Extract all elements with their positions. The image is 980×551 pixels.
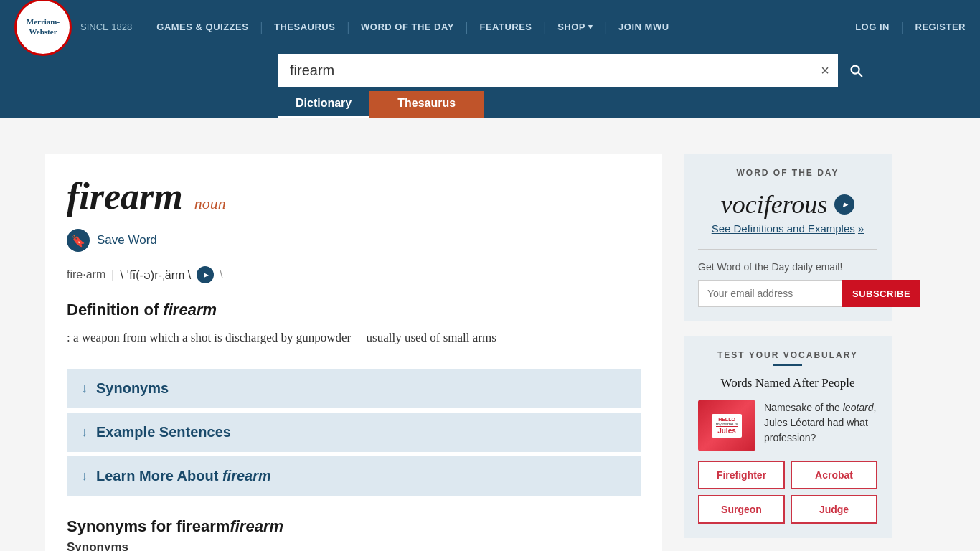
learn-more-collapsible[interactable]: ↓ Learn More About firearm: [67, 456, 641, 496]
register-link[interactable]: REGISTER: [915, 22, 966, 32]
shop-dropdown-icon: ▾: [588, 22, 593, 32]
vocab-quiz-row: HELLO my name is Jules Namesake of the l…: [698, 400, 877, 451]
vocab-option-surgeon[interactable]: Surgeon: [698, 495, 785, 524]
vocab-image: HELLO my name is Jules: [698, 400, 755, 451]
login-link[interactable]: LOG IN: [855, 22, 890, 32]
search-icon: [848, 62, 864, 78]
pronunciation: fire·arm | \ ˈfī(-ə)r-ˌärm \ \: [67, 266, 641, 283]
word-heading: firearm noun: [67, 175, 641, 217]
save-word-button[interactable]: 🔖 Save Word: [67, 229, 641, 252]
synonyms-section: Synonyms for firearmfirearm Synonyms arm…: [67, 517, 641, 551]
search-input[interactable]: [278, 54, 812, 87]
vocab-answer-buttons: Firefighter Acrobat Surgeon Judge: [698, 461, 877, 524]
vocab-quiz-widget: TEST YOUR VOCABULARY Words Named After P…: [684, 336, 892, 538]
email-label: Get Word of the Day daily email!: [698, 261, 877, 273]
email-input[interactable]: [698, 280, 842, 307]
nav-shop[interactable]: SHOP ▾: [547, 22, 603, 32]
audio-play-button[interactable]: [197, 266, 214, 283]
email-subscribe-row: SUBSCRIBE: [698, 280, 877, 307]
search-clear-button[interactable]: ×: [812, 62, 838, 79]
wotd-label: WORD OF THE DAY: [698, 168, 877, 178]
nav-thesaurus[interactable]: THESAURUS: [264, 22, 345, 32]
tab-dictionary[interactable]: Dictionary: [278, 91, 369, 118]
search-submit-button[interactable]: [838, 54, 874, 87]
vocab-option-firefighter[interactable]: Firefighter: [698, 461, 785, 489]
example-sentences-collapsible[interactable]: ↓ Example Sentences: [67, 413, 641, 452]
wotd-definitions-link[interactable]: See Definitions and Examples »: [698, 222, 877, 235]
nav-wotd[interactable]: WORD OF THE DAY: [351, 22, 464, 32]
synonyms-label: Synonyms: [67, 540, 641, 551]
wotd-word: vociferous: [698, 189, 877, 220]
save-word-label: Save Word: [97, 233, 157, 248]
synonyms-arrow-icon: ↓: [81, 381, 88, 396]
nav-join[interactable]: JOIN MWU: [608, 22, 679, 32]
definition-heading: Definition of firearm: [67, 301, 641, 319]
synonyms-collapsible[interactable]: ↓ Synonyms: [67, 369, 641, 408]
tab-thesaurus[interactable]: Thesaurus: [369, 91, 484, 118]
nav-features[interactable]: FEATURES: [469, 22, 542, 32]
learn-more-arrow-icon: ↓: [81, 468, 88, 484]
definition-text: a weapon from which a shot is discharged…: [67, 328, 641, 347]
wotd-widget: WORD OF THE DAY vociferous See Definitio…: [684, 154, 892, 321]
since-label: SINCE 1828: [80, 22, 132, 32]
vocab-option-acrobat[interactable]: Acrobat: [791, 461, 877, 489]
search-bar: ×: [278, 54, 838, 87]
synonyms-heading: Synonyms for firearmfirearm: [67, 517, 641, 536]
nav-games[interactable]: GAMES & QUIZZES: [146, 22, 258, 32]
vocab-option-judge[interactable]: Judge: [791, 495, 877, 524]
sidebar: WORD OF THE DAY vociferous See Definitio…: [684, 154, 892, 551]
logo[interactable]: Merriam- Webster SINCE 1828: [14, 0, 132, 56]
bookmark-icon: 🔖: [67, 229, 90, 252]
vocab-label: TEST YOUR VOCABULARY: [698, 350, 877, 360]
vocab-question: Namesake of the leotard, Jules Léotard h…: [764, 400, 877, 451]
syllables: fire·arm: [67, 268, 105, 281]
subscribe-button[interactable]: SUBSCRIBE: [842, 280, 920, 307]
vocab-heading: Words Named After People: [698, 376, 877, 390]
wotd-audio-button[interactable]: [834, 194, 854, 215]
logo-text: Merriam- Webster: [27, 17, 60, 36]
entry-pos: noun: [194, 194, 226, 213]
pronunciation-text: \ ˈfī(-ə)r-ˌärm \: [120, 268, 191, 282]
example-arrow-icon: ↓: [81, 425, 88, 440]
entry-word: firearm: [67, 175, 183, 217]
